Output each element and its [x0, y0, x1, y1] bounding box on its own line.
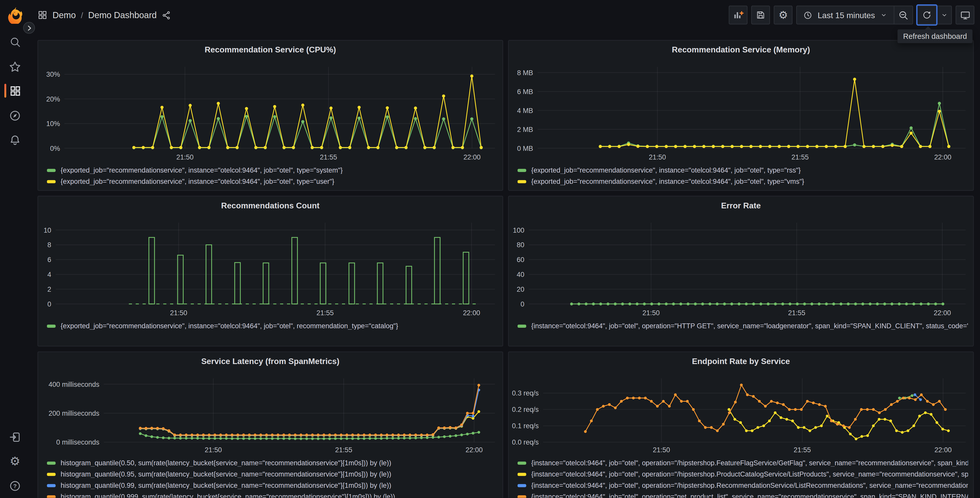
sidebar-item-sign-in[interactable] — [0, 425, 30, 449]
explore-compass-icon — [9, 109, 21, 122]
memory-chart[interactable]: 0 MB2 MB4 MB6 MB8 MB21:5021:5522:00 — [509, 58, 973, 163]
sidebar-item-search[interactable] — [0, 30, 30, 54]
legend-label: histogram_quantile(0.999, sum(rate(laten… — [60, 493, 395, 498]
chart-legend: {instance="otelcol:9464", job="otel", op… — [509, 457, 973, 498]
panel-title[interactable]: Recommendation Service (CPU%) — [38, 42, 503, 58]
svg-text:21:50: 21:50 — [205, 446, 222, 454]
svg-text:20: 20 — [517, 286, 525, 293]
error-rate-chart[interactable]: 02040608010021:5021:5522:00 — [509, 214, 973, 319]
legend-item[interactable]: {exported_job="recommendationservice", i… — [518, 164, 968, 176]
share-dashboard-button[interactable] — [162, 10, 171, 20]
svg-text:0: 0 — [48, 300, 51, 308]
panel-title[interactable]: Endpoint Rate by Service — [509, 353, 973, 370]
panel-title[interactable]: Error Rate — [509, 198, 973, 214]
top-navbar: Demo / Demo Dashboard — [0, 0, 980, 30]
sidebar-item-dashboards[interactable] — [0, 79, 30, 103]
plus-icon — [740, 12, 743, 14]
svg-text:10: 10 — [44, 227, 51, 234]
time-range-label: Last 15 minutes — [818, 10, 875, 20]
svg-text:21:55: 21:55 — [320, 153, 337, 161]
svg-text:22:00: 22:00 — [934, 309, 951, 317]
svg-text:4 MB: 4 MB — [517, 107, 533, 115]
sidebar-item-settings[interactable]: ⚙ — [0, 449, 30, 474]
legend-item[interactable]: {exported_job="recommendationservice", i… — [518, 176, 968, 187]
svg-text:21:50: 21:50 — [649, 153, 666, 161]
legend-item[interactable]: histogram_quantile(0.999, sum(rate(laten… — [47, 491, 497, 498]
sidebar-item-alerting[interactable] — [0, 128, 30, 152]
panel-recommendations-count: Recommendations Count 024681021:5021:552… — [38, 196, 503, 346]
legend-item[interactable]: {instance="otelcol:9464", job="otel", op… — [518, 468, 968, 480]
save-dashboard-button[interactable] — [751, 6, 770, 24]
zoom-out-button[interactable] — [894, 6, 912, 24]
kiosk-mode-button[interactable] — [956, 6, 974, 24]
svg-text:?: ? — [13, 483, 17, 489]
panel-endpoint-rate: Endpoint Rate by Service 0.0 req/s0.1 re… — [508, 351, 974, 498]
grafana-logo[interactable] — [6, 6, 24, 24]
legend-item[interactable]: histogram_quantile(0.50, sum(rate(latenc… — [47, 457, 497, 468]
panel-title[interactable]: Recommendations Count — [38, 198, 503, 214]
panel-title[interactable]: Recommendation Service (Memory) — [509, 42, 973, 58]
legend-swatch — [518, 472, 526, 476]
legend-item[interactable]: {instance="otelcol:9464", job="otel", op… — [518, 480, 968, 491]
breadcrumb-current[interactable]: Demo Dashboard — [88, 10, 157, 20]
legend-swatch — [518, 324, 526, 327]
refresh-interval-button[interactable] — [936, 6, 951, 24]
expand-sidebar-button[interactable] — [23, 22, 35, 34]
svg-text:10%: 10% — [46, 120, 60, 128]
legend-label: {instance="otelcol:9464", job="otel", op… — [531, 482, 968, 489]
svg-text:20%: 20% — [46, 95, 60, 103]
legend-item[interactable]: {instance="otelcol:9464", job="otel", op… — [518, 457, 968, 468]
svg-text:0.0 req/s: 0.0 req/s — [512, 439, 539, 446]
add-panel-button[interactable] — [729, 6, 748, 24]
svg-text:0: 0 — [521, 300, 525, 308]
save-icon — [756, 10, 766, 20]
legend-item[interactable]: {exported_job="recommendationservice", i… — [47, 320, 497, 332]
panel-title[interactable]: Service Latency (from SpanMetrics) — [38, 353, 503, 370]
refresh-icon — [922, 10, 932, 20]
refresh-button[interactable] — [917, 6, 936, 24]
breadcrumb: Demo / Demo Dashboard — [38, 0, 171, 30]
svg-text:6 MB: 6 MB — [517, 88, 533, 96]
panel-recommendation-memory: Recommendation Service (Memory) 0 MB2 MB… — [508, 40, 974, 191]
svg-text:21:50: 21:50 — [643, 309, 660, 317]
svg-text:21:50: 21:50 — [653, 446, 670, 454]
svg-text:21:55: 21:55 — [317, 309, 334, 317]
recommendations-count-chart[interactable]: 024681021:5021:5522:00 — [38, 214, 503, 319]
legend-item[interactable]: {exported_job="recommendationservice", i… — [47, 176, 497, 187]
legend-label: histogram_quantile(0.95, sum(rate(latenc… — [60, 470, 391, 478]
breadcrumb-section[interactable]: Demo — [52, 10, 76, 20]
legend-swatch — [518, 168, 526, 172]
legend-label: {instance="otelcol:9464", job="otel", op… — [531, 493, 968, 498]
sidebar-item-help[interactable]: ? — [0, 474, 30, 498]
legend-label: {exported_job="recommendationservice", i… — [531, 166, 801, 174]
star-icon — [9, 60, 21, 73]
legend-item[interactable]: {exported_job="recommendationservice", i… — [47, 164, 497, 176]
svg-text:0.3 req/s: 0.3 req/s — [512, 389, 539, 397]
legend-item[interactable]: histogram_quantile(0.95, sum(rate(latenc… — [47, 468, 497, 480]
sidebar-item-starred[interactable] — [0, 54, 30, 79]
svg-text:22:00: 22:00 — [934, 446, 951, 454]
svg-text:21:55: 21:55 — [788, 309, 805, 317]
time-range-button[interactable]: Last 15 minutes — [797, 6, 894, 24]
left-sidebar: ⚙ ? — [0, 30, 30, 498]
svg-text:21:50: 21:50 — [170, 309, 187, 317]
dashboard-settings-button[interactable]: ⚙ — [774, 6, 792, 24]
legend-item[interactable]: histogram_quantile(0.99, sum(rate(latenc… — [47, 480, 497, 491]
svg-text:0 milliseconds: 0 milliseconds — [56, 439, 99, 446]
chevron-down-icon — [940, 11, 948, 19]
endpoint-rate-chart[interactable]: 0.0 req/s0.1 req/s0.2 req/s0.3 req/s21:5… — [509, 370, 973, 456]
sidebar-item-explore[interactable] — [0, 103, 30, 128]
legend-swatch — [47, 168, 56, 172]
service-latency-chart[interactable]: 0 milliseconds200 milliseconds400 millis… — [38, 370, 503, 456]
search-icon — [9, 36, 21, 48]
legend-item[interactable]: {instance="otelcol:9464", job="otel", op… — [518, 491, 968, 498]
legend-swatch — [47, 324, 56, 327]
svg-text:21:55: 21:55 — [794, 446, 811, 454]
legend-item[interactable]: {instance="otelcol:9464", job="otel", op… — [518, 320, 968, 332]
cpu-chart[interactable]: 0%10%20%30%21:5021:5522:00 — [38, 58, 503, 163]
svg-text:21:50: 21:50 — [176, 153, 193, 161]
svg-text:30%: 30% — [46, 70, 60, 78]
chart-legend: {exported_job="recommendationservice", i… — [38, 164, 503, 187]
tv-icon — [959, 10, 970, 21]
legend-swatch — [518, 495, 526, 498]
